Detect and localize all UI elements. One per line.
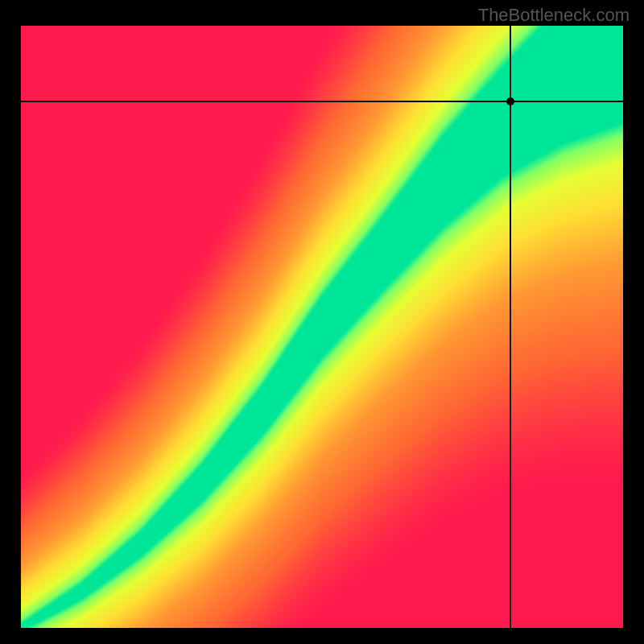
crosshair-horizontal (21, 101, 623, 102)
heatmap-plot (21, 26, 623, 628)
crosshair-marker-dot (506, 97, 514, 105)
watermark-text: TheBottleneck.com (478, 5, 630, 26)
heatmap-canvas (21, 26, 623, 628)
crosshair-vertical (510, 26, 511, 628)
